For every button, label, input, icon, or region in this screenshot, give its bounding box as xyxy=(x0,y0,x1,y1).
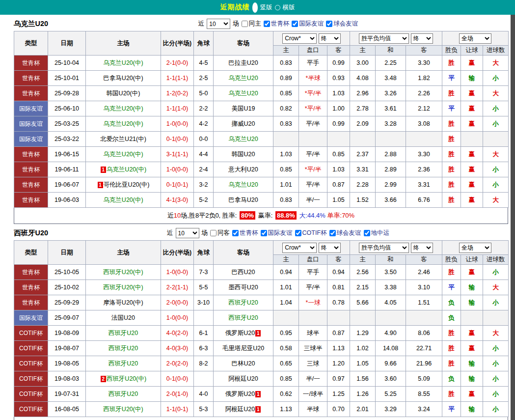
away-team: 韩国U20 xyxy=(214,147,273,162)
away-team: 巴西U20 xyxy=(214,265,273,280)
ah-home-odds: 1.04 xyxy=(273,295,299,310)
team-section: 乌克兰U20 近 10 场 同主世青杯国际友谊球会友谊 类型日期主场比分(半场)… xyxy=(0,16,515,224)
checkbox-国际友谊[interactable] xyxy=(292,21,298,27)
checkbox-label[interactable]: 地中运 xyxy=(371,229,390,237)
sub-header: 主 xyxy=(273,46,299,56)
ah-home-odds: 0.85 xyxy=(273,86,299,101)
filter-checkbox-世青杯[interactable]: 世青杯 xyxy=(232,229,258,237)
checkbox-球会友谊[interactable] xyxy=(326,21,332,27)
ah-away-odds: 1.00 xyxy=(327,101,350,116)
eu-draw-odds: 3.28 xyxy=(376,116,406,132)
ah-line: 球半 xyxy=(299,326,327,341)
eu-draw-odds xyxy=(376,310,406,326)
scope-select[interactable]: 全场 xyxy=(459,243,491,253)
checkbox-label[interactable]: 世青杯 xyxy=(271,20,290,28)
orientation-label[interactable]: 竖版 xyxy=(260,3,272,12)
checkbox-国际友谊[interactable] xyxy=(261,230,267,236)
filter-checkbox-世青杯[interactable]: 世青杯 xyxy=(264,20,290,28)
odds-company-select[interactable]: Crow* xyxy=(282,243,317,253)
checkbox-同客[interactable] xyxy=(210,230,217,236)
checkbox-label[interactable]: 国际友谊 xyxy=(268,229,293,237)
match-row: 国际友谊 25-03-22 北爱尔兰U21(中) 0-1(0-0) 0-0 乌克… xyxy=(14,132,509,147)
checkbox-世青杯[interactable] xyxy=(264,21,270,27)
corners: 0-0 xyxy=(194,132,214,147)
ah-time-select[interactable]: 终 xyxy=(319,33,341,44)
eu-away-odds: 3.24 xyxy=(406,402,442,417)
checkbox-COTIF杯[interactable] xyxy=(295,230,301,236)
home-team-name: 西班牙U20 xyxy=(108,345,138,352)
topbar: 近期战绩 竖版横版 xyxy=(0,0,515,15)
filter-checkbox-国际友谊[interactable]: 国际友谊 xyxy=(261,229,293,237)
corners xyxy=(194,371,214,387)
sub-header: 让球 xyxy=(461,46,483,56)
competition-badge: 世青杯 xyxy=(14,56,48,71)
recent-count-select[interactable]: 10 xyxy=(176,228,199,238)
eu-away-odds: 6.76 xyxy=(406,193,442,208)
eu-draw-odds: 5.25 xyxy=(376,387,406,402)
filter-checkbox-同主[interactable]: 同主 xyxy=(242,20,261,28)
result-handicap: 赢 xyxy=(461,116,483,132)
filter-checkbox-球会友谊[interactable]: 球会友谊 xyxy=(326,20,358,28)
competition-badge: COTIF杯 xyxy=(14,402,48,417)
redcard-badge: 1 xyxy=(255,330,261,336)
result-handicap: 赢 xyxy=(461,387,483,402)
eu-draw-odds: 14.08 xyxy=(376,341,406,356)
sub-header: 客 xyxy=(327,255,350,265)
checkbox-label[interactable]: 球会友谊 xyxy=(337,229,361,237)
eu-home-odds: 2.37 xyxy=(350,147,376,162)
checkbox-地中运[interactable] xyxy=(364,230,370,236)
match-date: 25-09-29 xyxy=(48,295,86,310)
filter-checkbox-地中运[interactable]: 地中运 xyxy=(364,229,390,237)
checkbox-label[interactable]: 世青杯 xyxy=(240,229,258,237)
orientation-radio-selected[interactable] xyxy=(252,2,258,13)
summary-text: 大:44.4% xyxy=(298,212,325,219)
summary-row: 近10场,胜5平2负3, 胜率: 50% 赢率: 44.4% 大:22.2% 单… xyxy=(14,417,508,420)
eu-away-odds xyxy=(406,310,442,326)
checkbox-label[interactable]: 同客 xyxy=(217,229,230,237)
recent-count-select[interactable]: 10 xyxy=(207,19,230,29)
eu-odds-header: 胜平负均值 终 xyxy=(350,31,442,46)
checkbox-label[interactable]: 球会友谊 xyxy=(333,20,358,28)
orientation-radio-unselected[interactable] xyxy=(275,5,280,10)
scope-select[interactable]: 全场 xyxy=(459,33,491,44)
ah-line: 半球 xyxy=(299,402,327,417)
redcard-badge: 1 xyxy=(98,182,103,188)
filter-checkbox-国际友谊[interactable]: 国际友谊 xyxy=(292,20,324,28)
filter-checkbox-球会友谊[interactable]: 球会友谊 xyxy=(329,229,361,237)
filter-checkbox-COTIF杯[interactable]: COTIF杯 xyxy=(295,229,327,237)
corners: 5-5 xyxy=(194,280,214,295)
checkbox-label[interactable]: COTIF杯 xyxy=(302,229,327,237)
ah-away-odds: 0.85 xyxy=(327,147,350,162)
competition-badge: 世青杯 xyxy=(14,162,48,177)
ah-time-select[interactable]: 终 xyxy=(319,243,341,253)
match-date: 19-08-05 xyxy=(48,356,86,371)
europe-time-select[interactable]: 终 xyxy=(411,243,433,253)
result-wdl: 胜 xyxy=(442,356,461,371)
away-team-name: 乌克兰U20 xyxy=(228,90,258,97)
checkbox-label[interactable]: 同主 xyxy=(249,20,261,28)
competition-badge: 国际友谊 xyxy=(14,132,48,147)
home-team: 西班牙U20 xyxy=(86,356,161,371)
result-goals: 大 xyxy=(483,280,509,295)
score-halftime: 1-1(1-0) xyxy=(161,101,194,116)
result-handicap: 输 xyxy=(461,371,483,387)
europe-time-select[interactable]: 终 xyxy=(411,33,433,44)
score-halftime: 1-0(0-0) xyxy=(161,116,194,132)
orientation-label[interactable]: 横版 xyxy=(283,3,295,12)
checkbox-label[interactable]: 国际友谊 xyxy=(299,20,324,28)
europe-odds-select[interactable]: 胜平负均值 xyxy=(359,33,409,44)
odds-company-select[interactable]: Crow* xyxy=(282,33,317,44)
europe-odds-select[interactable]: 胜平负均值 xyxy=(359,243,409,253)
eu-away-odds: 3.30 xyxy=(406,56,442,71)
checkbox-球会友谊[interactable] xyxy=(329,230,336,236)
filter-checkbox-同客[interactable]: 同客 xyxy=(210,229,230,237)
page-title: 近期战绩 xyxy=(220,3,250,12)
eu-away-odds: 3.30 xyxy=(406,147,442,162)
checkbox-世青杯[interactable] xyxy=(232,230,239,236)
away-team: 俄罗斯U201 xyxy=(214,326,273,341)
score-halftime: 4-0(2-0) xyxy=(161,326,194,341)
score-halftime: 1-0(0-0) xyxy=(161,310,194,326)
checkbox-同主[interactable] xyxy=(242,21,248,27)
scrollbar[interactable] xyxy=(511,15,515,420)
eu-draw-odds: 2.99 xyxy=(376,177,406,193)
